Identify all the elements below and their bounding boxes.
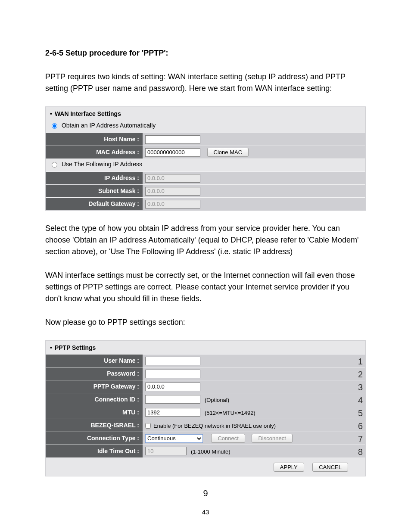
pptp-gateway-input[interactable] bbox=[145, 383, 200, 391]
subnet-mask-input bbox=[145, 187, 200, 196]
host-name-label: Host Name : bbox=[46, 133, 143, 146]
mtu-hint: (512<=MTU<=1492) bbox=[205, 410, 255, 416]
radio-obtain-auto[interactable]: Obtain an IP Address Automatically bbox=[52, 122, 156, 129]
password-label: Password : bbox=[46, 367, 143, 380]
subnet-mask-label: Subnet Mask : bbox=[46, 185, 143, 198]
wan-settings-panel: WAN Interface Settings Obtain an IP Addr… bbox=[45, 106, 366, 211]
connect-button: Connect bbox=[211, 434, 245, 443]
bezeq-hint: Enable (For BEZEQ network in ISRAEL use … bbox=[153, 423, 276, 429]
pptp-gateway-label: PPTP Gateway : bbox=[46, 380, 143, 393]
connection-type-select[interactable]: Continuous bbox=[145, 434, 203, 443]
callout-3: 3 bbox=[358, 381, 363, 394]
mtu-input[interactable] bbox=[145, 408, 200, 417]
radio-static-ip-input[interactable] bbox=[52, 162, 57, 168]
page-number: 43 bbox=[45, 507, 366, 517]
radio-static-ip[interactable]: Use The Following IP Address bbox=[52, 161, 142, 168]
bezeq-label: BEZEQ-ISRAEL : bbox=[46, 419, 143, 432]
paragraph-wan-warning: WAN interface settings must be correctly… bbox=[45, 270, 366, 305]
callout-1: 1 bbox=[358, 355, 363, 368]
connection-id-label: Connection ID : bbox=[46, 393, 143, 406]
callout-4: 4 bbox=[358, 394, 363, 407]
disconnect-button: Disconnect bbox=[252, 434, 292, 443]
radio-static-ip-label: Use The Following IP Address bbox=[62, 161, 142, 168]
user-name-label: User Name : bbox=[46, 355, 143, 367]
apply-button[interactable]: APPLY bbox=[274, 463, 304, 472]
default-gateway-input bbox=[145, 200, 200, 208]
callout-6: 6 bbox=[358, 420, 363, 432]
cancel-button[interactable]: CANCEL bbox=[312, 463, 348, 472]
connection-id-hint: (Optional) bbox=[205, 397, 229, 403]
callout-9: 9 bbox=[45, 487, 366, 500]
callout-7: 7 bbox=[358, 432, 363, 445]
host-name-input[interactable] bbox=[145, 135, 200, 144]
mac-address-input[interactable] bbox=[145, 148, 200, 157]
ip-address-label: IP Address : bbox=[46, 172, 143, 185]
mac-address-label: MAC Address : bbox=[46, 146, 143, 159]
user-name-input[interactable] bbox=[145, 357, 200, 365]
mtu-label: MTU : bbox=[46, 406, 143, 419]
idle-timeout-label: Idle Time Out : bbox=[46, 445, 143, 458]
radio-obtain-auto-input[interactable] bbox=[52, 123, 57, 129]
paragraph-goto-pptp: Now please go to PPTP settings section: bbox=[45, 317, 366, 328]
idle-timeout-input bbox=[145, 447, 187, 455]
radio-obtain-auto-label: Obtain an IP Address Automatically bbox=[62, 122, 156, 129]
clone-mac-button[interactable]: Clone MAC bbox=[207, 148, 249, 157]
default-gateway-label: Default Gateway : bbox=[46, 198, 143, 211]
pptp-settings-panel: PPTP Settings User Name : 1 Password : 2… bbox=[45, 340, 366, 476]
password-input[interactable] bbox=[145, 370, 200, 378]
bezeq-checkbox[interactable] bbox=[145, 423, 151, 429]
wan-title: WAN Interface Settings bbox=[49, 109, 121, 118]
pptp-title: PPTP Settings bbox=[49, 343, 96, 352]
callout-8: 8 bbox=[358, 445, 363, 458]
connection-type-label: Connection Type : bbox=[46, 432, 143, 445]
section-heading: 2-6-5 Setup procedure for 'PPTP': bbox=[45, 47, 366, 59]
ip-address-input bbox=[145, 174, 200, 183]
paragraph-intro: PPTP requires two kinds of setting: WAN … bbox=[45, 71, 366, 94]
callout-5: 5 bbox=[358, 407, 363, 420]
connection-id-input[interactable] bbox=[145, 395, 200, 404]
idle-timeout-hint: (1-1000 Minute) bbox=[191, 448, 230, 455]
paragraph-select-type: Select the type of how you obtain IP add… bbox=[45, 223, 366, 258]
callout-2: 2 bbox=[358, 368, 363, 381]
